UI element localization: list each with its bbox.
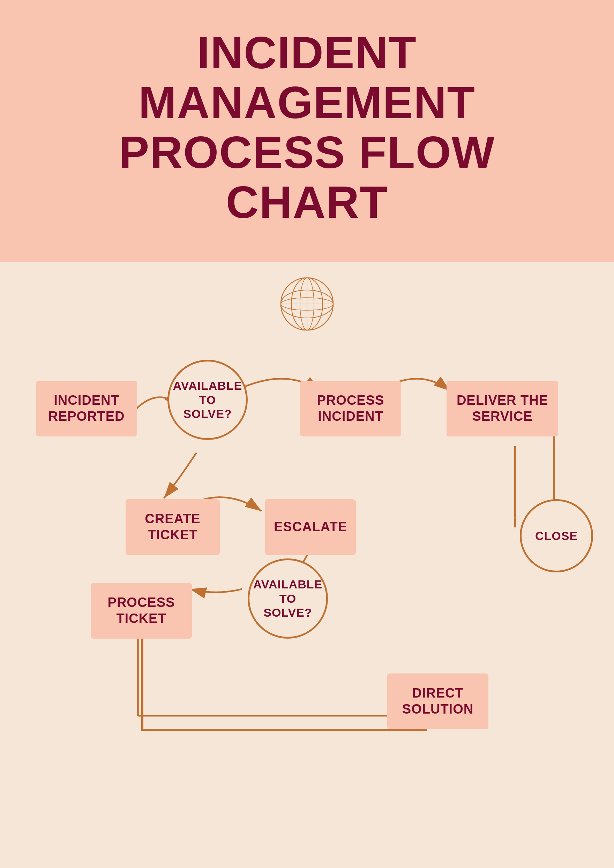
escalate-box: ESCALATE xyxy=(265,499,356,555)
incident-reported-box: INCIDENT REPORTED xyxy=(36,381,137,436)
connector-process-ticket-down xyxy=(141,639,143,731)
content-section: INCIDENT REPORTED AVAILABLE TO SOLVE? PR… xyxy=(0,304,614,868)
available-to-solve-1-circle: AVAILABLE TO SOLVE? xyxy=(168,360,248,440)
available-to-solve-2-circle: AVAILABLE TO SOLVE? xyxy=(248,558,328,639)
process-incident-box: PROCESS INCIDENT xyxy=(300,381,401,436)
deliver-the-service-box: DELIVER THE SERVICE xyxy=(446,381,558,436)
header-section: INCIDENT MANAGEMENT PROCESS FLOW CHART xyxy=(0,0,614,262)
connector-h-direct-solution xyxy=(141,729,427,731)
main-title: INCIDENT MANAGEMENT PROCESS FLOW CHART xyxy=(14,28,600,227)
close-circle: CLOSE xyxy=(520,499,593,572)
create-ticket-box: CREATE TICKET xyxy=(126,499,220,555)
process-ticket-box: PROCESS TICKET xyxy=(91,583,192,639)
flowchart: INCIDENT REPORTED AVAILABLE TO SOLVE? PR… xyxy=(21,304,593,868)
direct-solution-box: DIRECT SOLUTION xyxy=(387,673,488,729)
